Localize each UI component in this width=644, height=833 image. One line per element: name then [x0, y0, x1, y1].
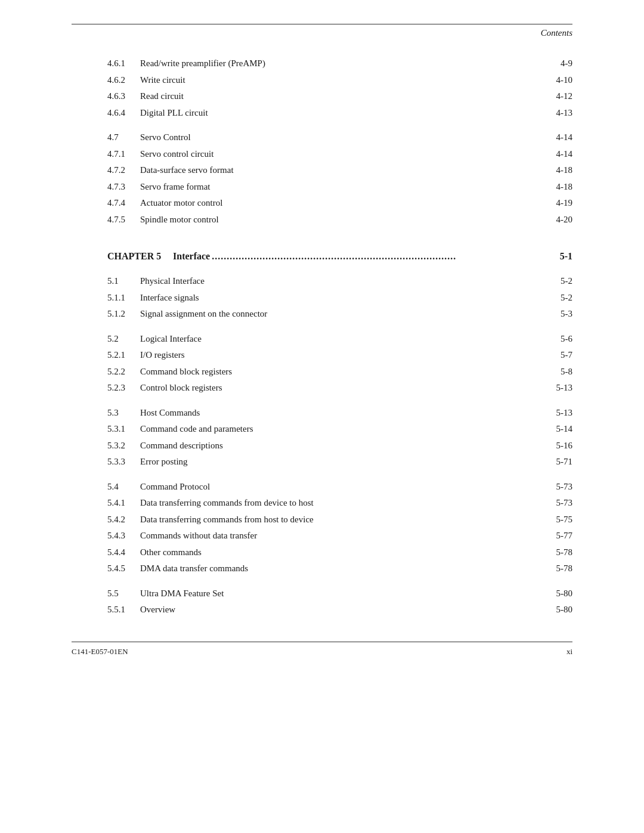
toc-entry-53: 5.3 Host Commands 5-13 — [107, 405, 572, 421]
page-num-521: 5-7 — [561, 348, 572, 363]
toc-entry-471: 4.7.1 Servo control circuit 4-14 — [107, 147, 572, 162]
footer-document-id: C141-E057-01EN — [72, 647, 128, 657]
spacer-2 — [107, 228, 572, 237]
section-label-471: Servo control circuit — [140, 147, 552, 162]
page-num-532: 5-16 — [556, 438, 573, 454]
toc-entry-512: 5.1.2 Signal assignment on the connector… — [107, 306, 572, 322]
section-label-55: Ultra DMA Feature Set — [140, 586, 552, 602]
section-label-53: Host Commands — [140, 405, 552, 421]
page-num-53: 5-13 — [556, 405, 573, 421]
section-num-522: 5.2.2 — [107, 364, 140, 380]
page-num-473: 4-18 — [556, 179, 573, 195]
toc-entry-463: 4.6.3 Read circuit 4-12 — [107, 89, 572, 104]
chapter5-label: Interface — [173, 251, 210, 262]
page-num-472: 4-18 — [556, 163, 573, 178]
section-label-464: Digital PLL circuit — [140, 106, 552, 121]
spacer-6 — [107, 471, 572, 479]
page-num-522: 5-8 — [561, 364, 572, 380]
page-num-47: 4-14 — [556, 130, 573, 145]
section-group-55: 5.5 Ultra DMA Feature Set 5-80 5.5.1 Ove… — [107, 586, 572, 618]
page-num-464: 4-13 — [556, 106, 573, 121]
toc-entry-511: 5.1.1 Interface signals 5-2 — [107, 290, 572, 306]
section-num-531: 5.3.1 — [107, 422, 140, 437]
section-num-472: 4.7.2 — [107, 163, 140, 178]
section-label-461: Read/write preamplifier (PreAMP) — [140, 56, 556, 72]
page-num-54: 5-73 — [556, 479, 573, 495]
section-label-531: Command code and parameters — [140, 422, 552, 437]
chapter5-dots: ........................................… — [210, 251, 559, 262]
section-num-551: 5.5.1 — [107, 602, 140, 618]
section-num-544: 5.4.4 — [107, 545, 140, 561]
footer-page-number: xi — [566, 647, 572, 657]
section-label-512: Signal assignment on the connector — [140, 306, 556, 322]
section-label-541: Data transferring commands from device t… — [140, 496, 552, 511]
section-num-55: 5.5 — [107, 586, 140, 602]
footer-row: C141-E057-01EN xi — [72, 642, 572, 657]
section-num-512: 5.1.2 — [107, 306, 140, 322]
page-num-461: 4-9 — [561, 56, 572, 72]
section-label-551: Overview — [140, 602, 552, 618]
section-num-521: 5.2.1 — [107, 348, 140, 363]
section-num-54: 5.4 — [107, 479, 140, 495]
chapter5-page: 5-1 — [560, 251, 572, 262]
page-num-471: 4-14 — [556, 147, 573, 162]
section-num-533: 5.3.3 — [107, 454, 140, 470]
page-num-512: 5-3 — [561, 306, 572, 322]
section-group-51: 5.1 Physical Interface 5-2 5.1.1 Interfa… — [107, 274, 572, 322]
section-num-462: 4.6.2 — [107, 73, 140, 88]
page-num-531: 5-14 — [556, 422, 573, 437]
section-num-53: 5.3 — [107, 405, 140, 421]
section-label-47: Servo Control — [140, 130, 552, 145]
toc-entry-474: 4.7.4 Actuator motor control 4-19 — [107, 196, 572, 211]
section-num-47: 4.7 — [107, 130, 140, 145]
section-num-532: 5.3.2 — [107, 438, 140, 454]
section-label-511: Interface signals — [140, 290, 556, 306]
toc-entry-472: 4.7.2 Data-surface servo format 4-18 — [107, 163, 572, 178]
page-num-523: 5-13 — [556, 380, 573, 396]
section-label-532: Command descriptions — [140, 438, 552, 454]
section-label-523: Control block registers — [140, 380, 552, 396]
page-num-551: 5-80 — [556, 602, 573, 618]
page-num-51: 5-2 — [561, 274, 572, 289]
section-label-52: Logical Interface — [140, 332, 556, 347]
section-label-544: Other commands — [140, 545, 552, 561]
section-num-473: 4.7.3 — [107, 179, 140, 195]
section-group-461: 4.6.1 Read/write preamplifier (PreAMP) 4… — [107, 56, 572, 120]
section-label-463: Read circuit — [140, 89, 552, 104]
toc-entry-542: 5.4.2 Data transferring commands from ho… — [107, 512, 572, 528]
spacer-4 — [107, 323, 572, 332]
toc-entry-531: 5.3.1 Command code and parameters 5-14 — [107, 422, 572, 437]
section-num-523: 5.2.3 — [107, 380, 140, 396]
toc-entry-54: 5.4 Command Protocol 5-73 — [107, 479, 572, 495]
section-num-542: 5.4.2 — [107, 512, 140, 528]
toc-entry-475: 4.7.5 Spindle motor control 4-20 — [107, 212, 572, 228]
page-num-475: 4-20 — [556, 212, 573, 228]
section-num-475: 4.7.5 — [107, 212, 140, 228]
section-num-461: 4.6.1 — [107, 56, 140, 72]
section-label-542: Data transferring commands from host to … — [140, 512, 552, 528]
toc-entry-543: 5.4.3 Commands without data transfer 5-7… — [107, 528, 572, 544]
page-num-474: 4-19 — [556, 196, 573, 211]
spacer-1 — [107, 122, 572, 130]
header-title: Contents — [541, 28, 572, 38]
section-label-51: Physical Interface — [140, 274, 556, 289]
toc-entry-522: 5.2.2 Command block registers 5-8 — [107, 364, 572, 380]
section-group-54: 5.4 Command Protocol 5-73 5.4.1 Data tra… — [107, 479, 572, 577]
toc-entry-51: 5.1 Physical Interface 5-2 — [107, 274, 572, 289]
section-num-52: 5.2 — [107, 332, 140, 347]
page-num-511: 5-2 — [561, 290, 572, 306]
section-label-522: Command block registers — [140, 364, 556, 380]
section-group-47: 4.7 Servo Control 4-14 4.7.1 Servo contr… — [107, 130, 572, 227]
page-num-541: 5-73 — [556, 496, 573, 511]
chapter5-row: CHAPTER 5 Interface ....................… — [107, 251, 572, 262]
section-label-543: Commands without data transfer — [140, 528, 552, 544]
section-label-472: Data-surface servo format — [140, 163, 552, 178]
toc-entry-521: 5.2.1 I/O registers 5-7 — [107, 348, 572, 363]
section-label-521: I/O registers — [140, 348, 556, 363]
section-group-53: 5.3 Host Commands 5-13 5.3.1 Command cod… — [107, 405, 572, 470]
section-label-473: Servo frame format — [140, 179, 552, 195]
section-label-474: Actuator motor control — [140, 196, 552, 211]
toc-entry-55: 5.5 Ultra DMA Feature Set 5-80 — [107, 586, 572, 602]
chapter5-num: CHAPTER 5 — [107, 251, 173, 262]
toc-entry-541: 5.4.1 Data transferring commands from de… — [107, 496, 572, 511]
